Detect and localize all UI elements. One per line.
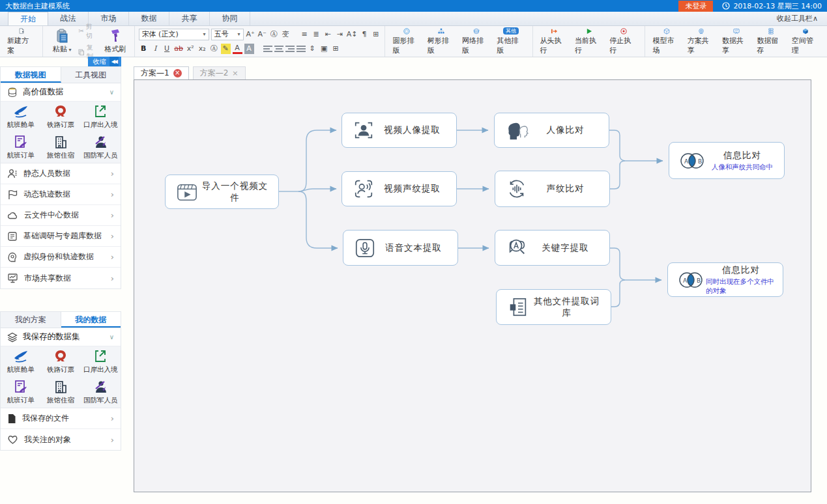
align-left-button[interactable] bbox=[263, 45, 272, 53]
borders-button[interactable]: ⊞ bbox=[331, 44, 341, 54]
category-cloud-files[interactable]: 云文件中心数据› bbox=[1, 205, 121, 226]
copy-icon bbox=[78, 49, 84, 55]
stop-button[interactable]: 停止执行 bbox=[606, 27, 641, 56]
hotel-icon bbox=[53, 380, 68, 394]
char-shading-button[interactable]: A bbox=[244, 44, 254, 54]
tab-my-data[interactable]: 我的数据 bbox=[61, 312, 121, 328]
sidebar-collapse-button[interactable]: 收缩 ◀◀ bbox=[88, 57, 121, 66]
login-status-badge[interactable]: 未登录 bbox=[678, 1, 713, 12]
dataset-tile-border-entry[interactable]: 口岸出入境 bbox=[81, 102, 121, 132]
outdent-button[interactable]: ⇤ bbox=[323, 29, 333, 40]
shrink-font-button[interactable]: A⁻ bbox=[257, 29, 267, 40]
row-my-followed-objects[interactable]: 我关注的对象› bbox=[1, 429, 121, 450]
data-share-button[interactable]: 数据共享 bbox=[719, 27, 753, 56]
bold-button[interactable]: B bbox=[139, 44, 149, 54]
ribbon-tab-start[interactable]: 开始 bbox=[8, 12, 48, 25]
tab-tool-view[interactable]: 工具视图 bbox=[61, 67, 121, 83]
table-button[interactable]: ⊞ bbox=[371, 29, 381, 40]
node-speech-text-extract[interactable]: 语音文本提取 bbox=[343, 230, 458, 266]
subscript-button[interactable]: x₂ bbox=[197, 44, 207, 54]
plan-share-button[interactable]: 方案共享 bbox=[684, 27, 719, 56]
align-center-button[interactable] bbox=[274, 45, 283, 53]
node-import-video[interactable]: 导入一个视频文件 bbox=[165, 175, 279, 209]
circle-layout-button[interactable]: 圆形排版 bbox=[389, 27, 424, 56]
model-canvas[interactable]: 导入一个视频文件 视频人像提取 视频声纹提取 bbox=[134, 79, 811, 492]
dataset-tile-hotel[interactable]: 旅馆住宿 bbox=[40, 377, 80, 408]
font-size-select[interactable]: 五号▾ bbox=[211, 29, 244, 40]
paste-button[interactable]: 粘贴 ▾ bbox=[47, 27, 77, 56]
text-effects-button[interactable]: Ⓐ bbox=[209, 44, 219, 54]
category-dynamic-track[interactable]: 动态轨迹数据› bbox=[1, 184, 121, 205]
ribbon-tab-collab[interactable]: 协同 bbox=[210, 12, 250, 25]
italic-button[interactable]: I bbox=[151, 44, 160, 54]
dataset-tile-railway[interactable]: 铁路订票 bbox=[40, 346, 80, 377]
network-layout-button[interactable]: 网络排版 bbox=[459, 27, 493, 56]
clock-area: 2018-02-13 星期三 14:00 bbox=[722, 1, 822, 11]
high-value-data-header[interactable]: 高价值数据 ∨ bbox=[1, 83, 121, 102]
play-icon bbox=[582, 28, 596, 35]
node-info-compare-1[interactable]: A B 信息比对 人像和声纹共同命中 bbox=[669, 142, 785, 179]
sort-button[interactable]: A↕ bbox=[347, 29, 358, 40]
row-my-saved-files[interactable]: 我保存的文件› bbox=[1, 408, 121, 429]
tab-my-plans[interactable]: 我的方案 bbox=[1, 312, 61, 328]
node-other-files-lexicon[interactable]: 其他文件提取词库 bbox=[496, 289, 611, 325]
node-face-compare[interactable]: 人像比对 bbox=[494, 113, 609, 148]
dataset-tile-hotel[interactable]: 旅馆住宿 bbox=[40, 132, 80, 163]
node-voice-compare[interactable]: 声纹比对 bbox=[495, 171, 610, 207]
numbered-list-button[interactable]: ≣ bbox=[312, 29, 321, 40]
category-static-person[interactable]: 静态人员数据› bbox=[1, 163, 121, 184]
line-spacing-button[interactable]: ⇕ bbox=[308, 44, 317, 54]
cut-button[interactable]: ✂ 剪切 bbox=[78, 22, 98, 40]
category-market-share[interactable]: 市场共享数据› bbox=[1, 268, 121, 288]
shading-button[interactable]: ▣ bbox=[319, 44, 329, 54]
model-market-button[interactable]: 模型市场 bbox=[649, 27, 684, 56]
highlight-button[interactable]: ✎ bbox=[221, 44, 231, 54]
category-research-library[interactable]: 基础调研与专题库数据› bbox=[1, 226, 121, 247]
grow-font-button[interactable]: A⁺ bbox=[246, 29, 255, 40]
run-current-button[interactable]: 当前执行 bbox=[572, 27, 606, 56]
align-right-button[interactable] bbox=[285, 45, 295, 53]
dataset-tile-military[interactable]: 国防军人员 bbox=[81, 132, 121, 163]
cloud-icon bbox=[7, 210, 18, 221]
indent-button[interactable]: ⇥ bbox=[335, 29, 345, 40]
dataset-tile-flight-manifest[interactable]: 航班舱单 bbox=[1, 346, 40, 377]
superscript-button[interactable]: x² bbox=[186, 44, 196, 54]
svg-text:A: A bbox=[683, 277, 688, 284]
node-video-voice-extract[interactable]: 视频声纹提取 bbox=[341, 171, 457, 206]
close-tab-icon[interactable]: × bbox=[232, 69, 238, 77]
new-plan-button[interactable]: 新建方案 bbox=[4, 27, 38, 56]
plan-tab-2[interactable]: 方案—2 × bbox=[193, 66, 246, 79]
node-video-face-extract[interactable]: 视频人像提取 bbox=[341, 113, 457, 148]
ribbon-tab-share[interactable]: 共享 bbox=[169, 12, 210, 25]
saved-datasets-header[interactable]: 我保存的数据集 ∨ bbox=[1, 328, 121, 346]
close-tab-icon[interactable]: × bbox=[173, 69, 182, 77]
format-painter-button[interactable]: 格式刷 bbox=[100, 27, 130, 56]
dataset-tile-flight-manifest[interactable]: 航班舱单 bbox=[1, 102, 40, 132]
font-name-select[interactable]: 宋体 (正文)▾ bbox=[139, 29, 209, 40]
tab-data-view[interactable]: 数据视图 bbox=[1, 67, 61, 83]
align-justify-button[interactable] bbox=[297, 45, 306, 53]
space-manage-button[interactable]: 空间管理 bbox=[789, 27, 823, 56]
dataset-tile-flight-order[interactable]: 航班订单 bbox=[1, 132, 40, 163]
collapse-toolbar-button[interactable]: 收起工具栏∧ bbox=[777, 12, 827, 25]
data-retention-button[interactable]: 数据留存 bbox=[753, 27, 788, 56]
strikethrough-button[interactable]: ab bbox=[174, 44, 184, 54]
node-keyword-extract[interactable]: 关键字提取 bbox=[495, 230, 610, 266]
dataset-tile-border-entry[interactable]: 口岸出入境 bbox=[81, 346, 121, 377]
category-virtual-identity[interactable]: 虚拟身份和轨迹数据› bbox=[1, 247, 121, 268]
underline-button[interactable]: U bbox=[162, 44, 172, 54]
dataset-tile-railway[interactable]: 铁路订票 bbox=[40, 102, 80, 132]
plan-tab-1[interactable]: 方案—1 × bbox=[134, 66, 189, 79]
tree-layout-button[interactable]: 树形排版 bbox=[424, 27, 459, 56]
paragraph-mark-button[interactable]: ¶ bbox=[359, 29, 369, 40]
dataset-tile-flight-order[interactable]: 航班订单 bbox=[1, 377, 40, 408]
bullet-list-button[interactable]: ≡ bbox=[300, 29, 310, 40]
phonetic-button[interactable]: 变 bbox=[281, 29, 291, 40]
node-info-compare-2[interactable]: A B 信息比对 同时出现在多个文件中的对象 bbox=[667, 262, 783, 297]
char-style-button[interactable]: Ⓐ bbox=[269, 29, 279, 40]
ribbon-tab-data[interactable]: 数据 bbox=[129, 12, 169, 25]
font-color-button[interactable]: A bbox=[233, 44, 242, 54]
other-layout-button[interactable]: 其他 其他排版 bbox=[493, 27, 528, 56]
dataset-tile-military[interactable]: 国防军人员 bbox=[81, 377, 121, 408]
run-from-start-button[interactable]: 从头执行 bbox=[537, 27, 572, 56]
